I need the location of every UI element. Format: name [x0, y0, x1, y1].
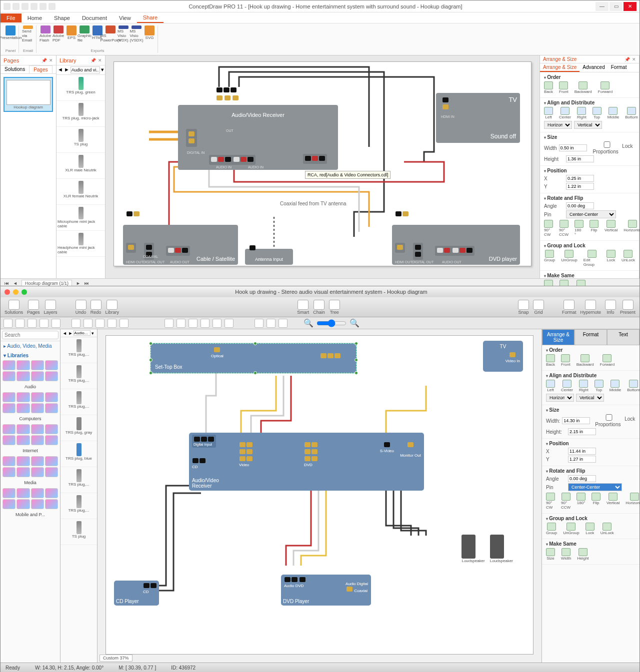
zoom-dropdown[interactable]: Custom 37%	[100, 655, 132, 662]
present-button[interactable]: Present	[620, 300, 636, 315]
minimize-button[interactable]: —	[596, 2, 608, 11]
lib-item[interactable]: XLR female Neutrik	[56, 179, 105, 205]
qat-icon[interactable]	[12, 3, 20, 10]
close-button[interactable]	[4, 289, 10, 295]
solutions-button[interactable]: Solutions	[4, 300, 23, 315]
x-input[interactable]	[568, 448, 596, 455]
export-pdf-button[interactable]: Adobe PDF	[52, 25, 64, 42]
tool-icon[interactable]	[52, 319, 60, 328]
height-input[interactable]	[568, 428, 596, 435]
redo-button[interactable]: Redo	[90, 300, 102, 315]
tab-format[interactable]: Format	[574, 329, 607, 345]
tab-view[interactable]: View	[113, 13, 137, 22]
device-dvd[interactable]: DVD Player Audio DVD Audio Digital Coaxi…	[281, 575, 371, 606]
lib-item[interactable]: TS plug	[56, 127, 105, 153]
lib-item[interactable]: XLR male Neutrik	[56, 153, 105, 179]
speaker-icon[interactable]: Loudspeaker	[490, 535, 513, 563]
lib-item[interactable]: TRS plug, gray	[60, 415, 97, 441]
height-input[interactable]	[566, 155, 594, 162]
device-tv[interactable]: TV HDMI IN Sound off	[436, 93, 520, 143]
close-panel-icon[interactable]: ✕	[49, 58, 53, 63]
nav-last-icon[interactable]: ⏭	[84, 281, 89, 286]
tab-arrange[interactable]: Arrange & Size	[540, 63, 580, 72]
tool-icon[interactable]	[72, 319, 80, 328]
export-graphic-button[interactable]: Graphic file	[78, 25, 90, 42]
tool-icon[interactable]	[84, 319, 92, 328]
tool-icon[interactable]	[254, 319, 264, 328]
tool-icon[interactable]	[40, 319, 48, 328]
tool-icon[interactable]	[188, 319, 198, 328]
tool-icon[interactable]	[176, 319, 186, 328]
zoom-button[interactable]	[22, 289, 27, 295]
info-button[interactable]: Info	[605, 300, 616, 315]
tool-icon[interactable]	[96, 319, 104, 328]
width-input[interactable]	[559, 144, 587, 151]
tool-icon[interactable]	[212, 319, 222, 328]
qat-icon[interactable]	[40, 3, 46, 10]
order-backward-button[interactable]: Backward	[574, 81, 592, 94]
tab-format[interactable]: Format	[608, 63, 630, 72]
layers-button[interactable]: Layers	[44, 300, 58, 315]
angle-input[interactable]	[566, 202, 594, 209]
nav-next-icon[interactable]: ►	[76, 281, 80, 286]
device-avr[interactable]: Audio/Video Receiver Digital Input CD Vi…	[189, 433, 424, 491]
zoom-in-icon[interactable]: 🔍	[350, 318, 360, 328]
tool-icon[interactable]	[200, 319, 210, 328]
presentation-button[interactable]: Presentation	[4, 25, 16, 42]
pin-select[interactable]: Center-Center	[568, 483, 622, 491]
tab-text[interactable]: Text	[607, 329, 640, 345]
pin-icon[interactable]: 📌	[624, 57, 630, 62]
tab-arrange[interactable]: Arrange & Size	[542, 329, 574, 345]
device-dvd[interactable]: DVD player HDMI OUT DIGITAL OUT AUDIO OU…	[392, 225, 520, 265]
pin-select[interactable]: Center-Center	[566, 210, 616, 218]
lib-item[interactable]: TS plug	[60, 519, 97, 545]
pages-button[interactable]: Pages	[27, 300, 40, 315]
angle-input[interactable]	[568, 475, 596, 482]
undo-button[interactable]: Undo	[76, 300, 86, 315]
tool-icon[interactable]	[224, 319, 234, 328]
tool-icon[interactable]	[4, 319, 12, 328]
qat-icon[interactable]	[30, 3, 38, 10]
distribute-v-select[interactable]: Vertical	[574, 121, 602, 129]
zoom-slider[interactable]	[316, 319, 346, 327]
tab-shape[interactable]: Shape	[48, 13, 76, 22]
tool-icon[interactable]	[108, 319, 116, 328]
tab-file[interactable]: File	[0, 13, 22, 22]
speaker-icon[interactable]: Loudspeaker	[462, 535, 484, 563]
y-input[interactable]	[568, 456, 596, 463]
order-back-button[interactable]: Back	[544, 81, 553, 94]
grid-button[interactable]: Grid	[533, 300, 544, 315]
lib-item[interactable]: TRS plug,...	[60, 337, 97, 363]
page-thumbnail[interactable]: Hookup diagram	[4, 77, 53, 112]
export-flash-button[interactable]: Adobe Flash	[40, 25, 52, 42]
export-ppt-button[interactable]: MS PowerPoint	[104, 25, 116, 42]
export-vdx-button[interactable]: MS Visio (VDX)	[118, 25, 130, 42]
smart-button[interactable]: Smart	[297, 300, 309, 315]
library-button[interactable]: Library	[106, 300, 120, 315]
tab-document[interactable]: Document	[76, 13, 113, 22]
nav-first-icon[interactable]: ⏮	[4, 281, 9, 286]
nav-prev-icon[interactable]: ◄	[13, 281, 18, 286]
tree-button[interactable]: Tree	[329, 300, 340, 315]
send-email-button[interactable]: Send via Email	[22, 25, 34, 42]
tool-icon[interactable]	[28, 319, 36, 328]
dropdown-icon[interactable]: ▾	[101, 66, 104, 73]
tree-item[interactable]: ▸ Audio, Video, Media	[0, 341, 60, 351]
lib-search-input[interactable]	[74, 330, 90, 336]
lib-item[interactable]: Headphone mini jack cable	[56, 231, 105, 257]
canvas[interactable]: Set-Top Box Optical TV Video In Audio/Vi…	[98, 329, 542, 663]
chevron-left-icon[interactable]: ◄	[58, 66, 63, 73]
y-input[interactable]	[566, 183, 594, 190]
close-panel-icon[interactable]: ✕	[98, 58, 102, 63]
pages-tab[interactable]: Pages	[29, 65, 52, 73]
qat-icon[interactable]	[4, 3, 10, 10]
export-vsdx-button[interactable]: MS Visio (VSDX)	[130, 25, 142, 42]
snap-button[interactable]: Snap	[518, 300, 529, 315]
lib-item[interactable]: TRS plug,...	[60, 493, 97, 519]
tool-icon[interactable]	[164, 319, 174, 328]
lib-item[interactable]: TRS plug, green	[56, 75, 105, 101]
close-panel-icon[interactable]: ✕	[632, 57, 636, 62]
lib-item[interactable]: TRS plug,...	[60, 389, 97, 415]
x-input[interactable]	[566, 175, 594, 182]
lock-proportions-checkbox[interactable]	[593, 141, 621, 148]
